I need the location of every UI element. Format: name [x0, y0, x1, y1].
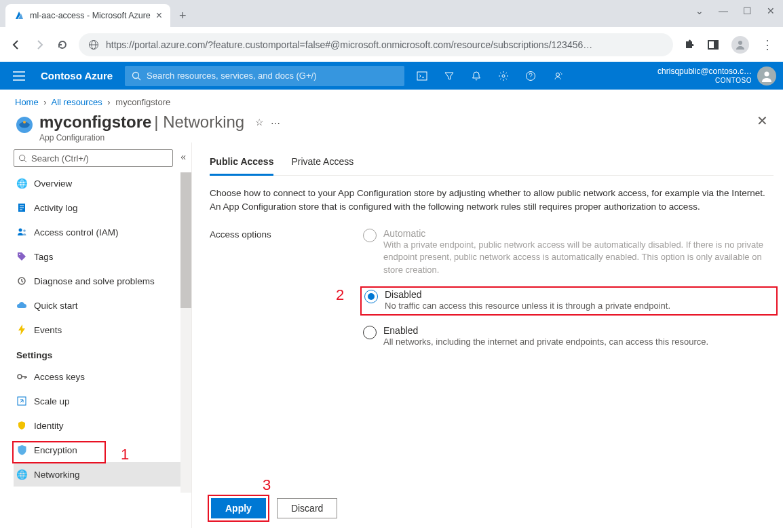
sidebar-scrollbar[interactable]	[180, 172, 191, 493]
sidebar-item-label: Tags	[34, 252, 54, 262]
option-automatic: Automatic With a private endpoint, publi…	[363, 228, 774, 278]
resource-sidebar: Search (Ctrl+/) « 🌐Overview Activity log…	[0, 142, 192, 528]
svg-point-24	[18, 229, 22, 232]
breadcrumb: Home › All resources › myconfigstore	[0, 90, 783, 110]
back-button[interactable]	[9, 39, 23, 51]
sidebar-search[interactable]: Search (Ctrl+/)	[14, 149, 173, 167]
more-actions-icon[interactable]: ⋯	[271, 118, 280, 129]
option-title: Enabled	[383, 325, 708, 336]
sidebar-item-label: Overview	[34, 178, 72, 189]
sidebar-item-activitylog[interactable]: Activity log	[14, 195, 191, 220]
forward-button[interactable]	[33, 39, 46, 51]
globe-icon: 🌐	[16, 178, 27, 189]
search-icon	[132, 71, 141, 81]
appconfig-icon	[15, 115, 34, 134]
sidebar-item-accesskeys[interactable]: Access keys	[14, 364, 191, 389]
close-blade-button[interactable]: ✕	[757, 113, 768, 129]
option-disabled[interactable]: Disabled No traffic can access this reso…	[360, 286, 778, 316]
sidebar-item-label: Identity	[34, 421, 64, 431]
sidebar-item-encryption[interactable]: Encryption	[14, 438, 191, 462]
user-menu[interactable]: chrisqpublic@contoso.c… CONTOSO	[651, 62, 783, 90]
cloud-icon	[16, 301, 27, 309]
tab-private-access[interactable]: Private Access	[291, 156, 354, 175]
tenant-name: CONTOSO	[657, 77, 752, 85]
window-controls: ⌄ — ☐ ✕	[695, 5, 775, 16]
browser-chrome: ml-aac-access - Microsoft Azure × + ⌄ — …	[0, 0, 783, 62]
sidebar-item-quickstart[interactable]: Quick start	[14, 293, 191, 318]
url-field[interactable]: https://portal.azure.com/?feature.custom…	[79, 33, 673, 56]
svg-point-9	[133, 72, 139, 78]
filter-icon[interactable]	[444, 71, 455, 81]
breadcrumb-home[interactable]: Home	[15, 97, 39, 107]
portal-brand[interactable]: Contoso Azure	[41, 70, 113, 81]
sidebar-settings-heading: Settings	[16, 350, 191, 360]
azure-favicon	[14, 10, 24, 21]
svg-point-5	[738, 41, 742, 45]
sidebar-item-label: Events	[34, 325, 62, 335]
chrome-menu-icon[interactable]: ⋮	[761, 37, 774, 52]
resource-type: App Configuration	[39, 133, 244, 142]
tag-icon	[16, 252, 27, 261]
new-tab-button[interactable]: +	[173, 6, 192, 25]
callout-number: 2	[336, 286, 344, 304]
sidebar-item-events[interactable]: Events	[14, 318, 191, 342]
option-enabled[interactable]: Enabled All networks, including the inte…	[363, 325, 774, 349]
sidebar-item-overview[interactable]: 🌐Overview	[14, 171, 191, 195]
blade-header: myconfigstore | Networking App Configura…	[0, 110, 783, 142]
tab-bar: ml-aac-access - Microsoft Azure × +	[0, 0, 783, 27]
apply-button[interactable]: Apply	[211, 498, 266, 518]
blade-section: Networking	[163, 113, 244, 131]
svg-point-15	[765, 71, 769, 76]
hamburger-menu[interactable]	[9, 71, 28, 81]
panel-icon[interactable]	[707, 39, 719, 51]
sidebar-item-identity[interactable]: Identity	[14, 413, 191, 438]
minimize-icon[interactable]: —	[719, 5, 728, 16]
callout-number: 1	[121, 446, 129, 463]
tab-close-icon[interactable]: ×	[156, 10, 162, 22]
site-info-icon[interactable]	[88, 39, 99, 50]
chevron-down-icon[interactable]: ⌄	[695, 5, 704, 16]
description-text: Choose how to connect to your App Config…	[210, 187, 774, 214]
cloudshell-icon[interactable]	[417, 71, 427, 81]
option-title: Disabled	[385, 289, 670, 300]
maximize-icon[interactable]: ☐	[743, 5, 752, 16]
sidebar-item-label: Activity log	[34, 203, 78, 213]
discard-button[interactable]: Discard	[277, 498, 337, 518]
feedback-icon[interactable]	[552, 71, 563, 81]
radio-enabled[interactable]	[363, 326, 377, 339]
tab-public-access[interactable]: Public Access	[210, 156, 273, 176]
reload-button[interactable]	[56, 39, 69, 51]
svg-line-19	[24, 159, 26, 162]
sidebar-item-iam[interactable]: Access control (IAM)	[14, 220, 191, 244]
close-window-icon[interactable]: ✕	[767, 5, 775, 16]
svg-point-12	[502, 75, 505, 77]
breadcrumb-allresources[interactable]: All resources	[52, 97, 102, 107]
key-icon	[16, 372, 27, 381]
sidebar-item-tags[interactable]: Tags	[14, 244, 191, 269]
collapse-sidebar-icon[interactable]: «	[180, 151, 186, 162]
option-desc: With a private endpoint, public network …	[383, 239, 774, 278]
bolt-icon	[16, 324, 27, 335]
sidebar-item-scaleup[interactable]: Scale up	[14, 389, 191, 413]
svg-point-14	[556, 73, 560, 76]
settings-icon[interactable]	[498, 71, 509, 81]
svg-point-26	[19, 254, 20, 255]
help-icon[interactable]	[525, 71, 536, 81]
diagnose-icon	[16, 276, 27, 286]
user-email: chrisqpublic@contoso.c…	[657, 66, 752, 76]
svg-line-10	[138, 77, 141, 80]
extensions-icon[interactable]	[683, 39, 695, 51]
favorite-button[interactable]: ☆	[255, 117, 264, 128]
sidebar-item-networking[interactable]: 🌐Networking	[14, 462, 191, 487]
notifications-icon[interactable]	[471, 71, 482, 81]
radio-disabled[interactable]	[364, 290, 378, 303]
option-desc: No traffic can access this resource unle…	[385, 300, 670, 313]
radio-automatic	[363, 229, 377, 242]
sidebar-item-diagnose[interactable]: Diagnose and solve problems	[14, 269, 191, 293]
sidebar-item-properties[interactable]: Properties	[14, 487, 191, 490]
sidebar-item-label: Diagnose and solve problems	[34, 276, 155, 286]
browser-tab[interactable]: ml-aac-access - Microsoft Azure ×	[5, 4, 170, 27]
profile-avatar[interactable]	[731, 36, 749, 54]
portal-search[interactable]: Search resources, services, and docs (G+…	[125, 66, 404, 86]
tab-title: ml-aac-access - Microsoft Azure	[30, 11, 151, 20]
